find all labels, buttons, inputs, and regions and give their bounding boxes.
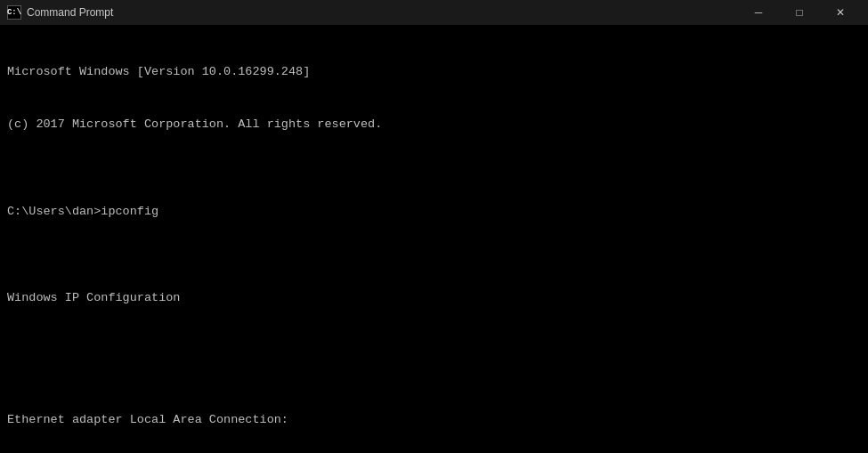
titlebar-left: C:\ Command Prompt: [7, 5, 113, 20]
app-icon: C:\: [7, 5, 21, 20]
titlebar: C:\ Command Prompt ─ □ ✕: [0, 0, 868, 25]
titlebar-controls: ─ □ ✕: [738, 0, 861, 25]
output-line-2: (c) 2017 Microsoft Corporation. All righ…: [7, 116, 861, 133]
window-title: Command Prompt: [27, 6, 113, 19]
ethernet-adapter-header: Ethernet adapter Local Area Connection:: [7, 411, 861, 429]
output-line-4: C:\Users\dan>ipconfig: [7, 203, 861, 221]
close-button[interactable]: ✕: [820, 0, 861, 25]
terminal-window[interactable]: Microsoft Windows [Version 10.0.16299.24…: [0, 25, 868, 453]
output-line-6: Windows IP Configuration: [7, 289, 861, 307]
minimize-button[interactable]: ─: [738, 0, 779, 25]
output-line-1: Microsoft Windows [Version 10.0.16299.24…: [7, 63, 861, 81]
maximize-button[interactable]: □: [779, 0, 820, 25]
